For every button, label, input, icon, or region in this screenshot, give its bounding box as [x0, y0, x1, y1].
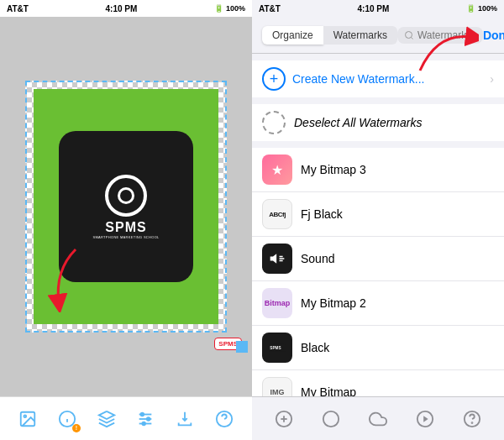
right-panel: AT&T 4:10 PM 🔋 100% Organize Watermarks … [252, 0, 504, 440]
deselect-all-item[interactable]: Deselect All Watermarks [252, 104, 504, 141]
left-panel: AT&T 4:10 PM 🔋 100% SPMS SMARTPHONE MARK… [0, 0, 252, 440]
watermark-item-fj-black[interactable]: ABCfj Fj Black [252, 192, 504, 237]
black-label: Black [301, 341, 494, 354]
svg-marker-39 [423, 416, 428, 422]
info-icon-btn[interactable]: ! [55, 407, 79, 431]
done-button[interactable]: Done [483, 29, 504, 42]
create-new-label: Create New Watermark... [292, 72, 490, 86]
svg-point-9 [147, 417, 150, 421]
watermark-item-black[interactable]: SPMS Black [252, 326, 504, 370]
left-time: 4:10 PM [106, 4, 138, 13]
canvas-checkered: SPMS SMARTPHONE MARKETING SCHOOL [25, 81, 227, 333]
svg-point-8 [141, 412, 144, 416]
fj-black-icon: ABCfj [262, 199, 292, 229]
bag-image: SPMS SMARTPHONE MARKETING SCHOOL [34, 89, 218, 324]
sound-label: Sound [301, 252, 494, 265]
svg-point-37 [323, 411, 339, 426]
deselect-label: Deselect All Watermarks [294, 116, 494, 129]
nav-segment: Organize Watermarks [262, 26, 397, 45]
help-icon-btn[interactable] [213, 407, 236, 431]
bag-logo: SPMS SMARTPHONE MARKETING SCHOOL [92, 175, 159, 239]
left-toolbar: ! [0, 396, 252, 440]
left-battery-icon: 🔋 [214, 4, 223, 13]
canvas-area[interactable]: SPMS SMARTPHONE MARKETING SCHOOL [0, 17, 252, 396]
help-circle-btn[interactable] [459, 406, 486, 432]
spms-text: SPMS [105, 220, 146, 235]
svg-point-14 [405, 31, 412, 38]
cloud-btn[interactable] [365, 406, 391, 432]
search-icon [404, 30, 414, 40]
watermark-item-sound[interactable]: Sound [252, 237, 504, 281]
export-icon-btn[interactable] [173, 407, 197, 431]
organize-tab[interactable]: Organize [262, 26, 323, 45]
info-badge: ! [72, 424, 81, 432]
my-bitmap-label: My Bitmap [301, 385, 494, 396]
svg-point-10 [143, 422, 146, 425]
image-icon-btn[interactable] [16, 407, 39, 431]
svg-point-1 [24, 415, 27, 417]
watermark-item-my-bitmap[interactable]: IMG My Bitmap [252, 370, 504, 396]
left-carrier: AT&T [7, 4, 29, 13]
create-chevron-icon: › [490, 72, 494, 86]
svg-text:SPMS: SPMS [270, 346, 281, 350]
watermarks-tab[interactable]: Watermarks [323, 26, 397, 45]
right-toolbar [252, 396, 504, 440]
watermark-item-my-bitmap-3[interactable]: ★ My Bitmap 3 [252, 148, 504, 192]
search-box[interactable] [397, 27, 483, 44]
left-battery-pct: 100% [226, 4, 245, 13]
my-bitmap-3-label: My Bitmap 3 [301, 163, 494, 176]
bag-body: SPMS SMARTPHONE MARKETING SCHOOL [59, 131, 193, 282]
black-icon: SPMS [262, 333, 292, 363]
my-bitmap-2-label: My Bitmap 2 [301, 296, 494, 310]
left-status-icons: 🔋 100% [214, 4, 245, 13]
layers-icon-btn[interactable] [95, 407, 118, 431]
deselect-circle-icon [262, 111, 286, 134]
play-circle-btn[interactable] [412, 406, 438, 432]
svg-point-41 [472, 422, 473, 423]
sound-icon [262, 244, 292, 274]
blue-indicator [236, 341, 248, 353]
black-spms-icon: SPMS [269, 342, 286, 354]
create-plus-icon: + [262, 67, 286, 91]
spms-sub: SMARTPHONE MARKETING SCHOOL [92, 235, 159, 239]
right-carrier: AT&T [259, 4, 281, 13]
watermark-item-my-bitmap-2[interactable]: Bitmap My Bitmap 2 [252, 281, 504, 326]
sound-wave-icon [269, 250, 286, 267]
create-new-watermark-item[interactable]: + Create New Watermark... › [252, 60, 504, 97]
create-section: + Create New Watermark... › [252, 60, 504, 97]
right-nav: Organize Watermarks Done [252, 17, 504, 54]
right-battery-pct: 100% [478, 4, 497, 13]
my-bitmap-2-icon: Bitmap [262, 288, 292, 318]
right-status-bar: AT&T 4:10 PM 🔋 100% [252, 0, 504, 17]
watermarks-section: ★ My Bitmap 3 ABCfj Fj Black [252, 148, 504, 396]
my-bitmap-icon: IMG [262, 377, 292, 396]
logo-circle [105, 175, 147, 217]
watermarks-list: + Create New Watermark... › Deselect All… [252, 54, 504, 396]
right-time: 4:10 PM [358, 4, 390, 13]
svg-line-15 [411, 37, 412, 39]
my-bitmap-3-icon: ★ [262, 155, 292, 185]
right-battery-icon: 🔋 [466, 4, 475, 13]
deselect-section: Deselect All Watermarks [252, 104, 504, 141]
search-input[interactable] [417, 29, 476, 41]
right-status-icons: 🔋 100% [466, 4, 497, 13]
fj-black-label: Fj Black [301, 207, 494, 221]
left-status-bar: AT&T 4:10 PM 🔋 100% [0, 0, 252, 17]
add-circle-btn[interactable] [270, 406, 297, 432]
circle-btn[interactable] [318, 406, 344, 432]
sliders-icon-btn[interactable] [134, 407, 157, 431]
